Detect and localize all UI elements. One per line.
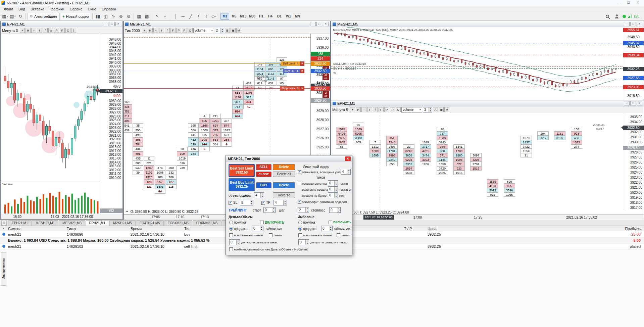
dialog-titlebar[interactable]: MESH21, Тик 2000 bbox=[226, 155, 352, 162]
candles-button[interactable]: ◫ bbox=[102, 13, 109, 20]
timeframe-m1[interactable]: M1 bbox=[220, 13, 229, 20]
window-maximize-icon[interactable]: □ bbox=[316, 22, 322, 26]
timeframe-w1[interactable]: W1 bbox=[284, 13, 293, 20]
sell-button[interactable]: SELL bbox=[256, 164, 271, 170]
window-maximize-icon[interactable]: □ bbox=[109, 22, 115, 26]
best-sell-limit-button[interactable]: Best Sell Limit3932.50 bbox=[229, 164, 255, 177]
chart-tool-button[interactable]: M bbox=[444, 107, 449, 112]
menu-Файл[interactable]: Файл bbox=[1, 6, 16, 12]
elapsed-spinner[interactable]: 0▴▾ bbox=[328, 192, 338, 198]
col-time[interactable]: Время bbox=[131, 227, 184, 231]
order-tag[interactable]: Stop Loss 8× bbox=[280, 86, 304, 91]
cluster-param-spinner[interactable]: 3▴▾ bbox=[423, 107, 432, 112]
chart-tab-2[interactable]: MESH21,M1 bbox=[32, 220, 58, 226]
buy-button[interactable]: BUY bbox=[256, 182, 271, 188]
menu-Справка[interactable]: Справка bbox=[99, 6, 119, 12]
sl-checkbox[interactable] bbox=[229, 201, 232, 205]
chart-tab-6[interactable]: FOATH21,M5 bbox=[136, 220, 164, 226]
search-button[interactable] bbox=[604, 13, 611, 20]
chart-tool-button[interactable]: − bbox=[31, 28, 36, 33]
col-tp[interactable]: Т / Р bbox=[404, 227, 428, 231]
cancel-ticks-spinner[interactable]: 4▴▾ bbox=[341, 169, 351, 175]
chart-tab-5[interactable]: M2KH21,M5 bbox=[109, 220, 136, 226]
delta-sell-radio[interactable] bbox=[229, 227, 233, 231]
chart-tool-button[interactable]: С bbox=[65, 28, 70, 33]
imb-limit-checkbox[interactable] bbox=[337, 233, 340, 237]
chart-tool-button[interactable]: С bbox=[396, 107, 401, 112]
delete-all-button[interactable]: Delete all bbox=[273, 172, 295, 177]
zoom-out-button[interactable]: ⊖ bbox=[125, 13, 132, 20]
chart-tool-button[interactable]: M bbox=[236, 28, 241, 33]
filter-icon[interactable]: ▼ bbox=[2, 227, 8, 230]
menu-Вставка[interactable]: Вставка bbox=[28, 6, 47, 12]
time-axis[interactable]: 2021.02.16 16:55:00 2021.02.16 17:35:02 … bbox=[331, 215, 644, 220]
tp-checkbox[interactable] bbox=[261, 201, 265, 205]
imb-timer-spinner[interactable]: 0▴▾ bbox=[321, 226, 333, 231]
timeframe-m15[interactable]: M15 bbox=[239, 13, 247, 20]
window-minimize-icon[interactable]: – bbox=[310, 22, 316, 26]
chart-window-titlebar[interactable]: MESH21,M1 – □ × bbox=[124, 21, 330, 27]
crosshair-button[interactable]: + bbox=[161, 13, 168, 20]
order-tag[interactable]: Buy 4, -1× bbox=[283, 69, 304, 73]
trailing-start-spinner[interactable]: 0▴▾ bbox=[263, 207, 276, 213]
text-button[interactable]: T bbox=[202, 13, 210, 20]
bar-chart-button[interactable]: ▮▮ bbox=[94, 13, 101, 20]
chart-tool-button[interactable]: P bbox=[176, 28, 181, 33]
move-checkbox[interactable] bbox=[298, 182, 301, 185]
menu-Графики[interactable]: Графики bbox=[47, 6, 67, 12]
chart-tab-4[interactable]: EPH21,M1 bbox=[86, 220, 109, 226]
volume-pane[interactable]: Volume bbox=[1, 182, 100, 214]
imb-tolerance-spinner[interactable]: 0▴▾ bbox=[298, 239, 309, 245]
chart-tool-button[interactable]: − bbox=[153, 28, 158, 33]
chart-tool-button[interactable]: H bbox=[356, 107, 361, 112]
spinner-up-icon[interactable]: ▴ bbox=[429, 107, 432, 110]
chart-tool-button[interactable]: Р bbox=[390, 107, 395, 112]
window-maximize-icon[interactable]: □ bbox=[630, 101, 636, 105]
chart-tool-button[interactable]: Р bbox=[182, 28, 187, 33]
price-axis[interactable]: 4078 3932.50 4400 392 3946.003945.003944… bbox=[100, 34, 122, 214]
chart-tab-1[interactable]: EPH21,M1 bbox=[8, 220, 32, 226]
col-price[interactable]: Цена bbox=[428, 227, 589, 231]
imb-buy-radio[interactable] bbox=[298, 221, 302, 224]
delete-sell-button[interactable]: Delete bbox=[273, 164, 295, 170]
algo-trading-button[interactable]: ⚙Алготрейдинг bbox=[27, 13, 60, 20]
chart-tool-button[interactable]: P bbox=[384, 107, 389, 112]
close-position-button[interactable]: CLOSE bbox=[256, 172, 271, 177]
shapes-button[interactable]: ◇▾ bbox=[210, 13, 217, 20]
chart-tool-button[interactable]: | bbox=[71, 28, 76, 33]
chart-tool-button[interactable]: I bbox=[37, 28, 42, 33]
chart-tool-button[interactable]: + bbox=[350, 107, 355, 112]
imb-use-line-checkbox[interactable] bbox=[298, 233, 302, 237]
window-close-icon[interactable]: × bbox=[637, 22, 642, 26]
chart-tab-3[interactable]: MESH21,M5 bbox=[59, 220, 85, 226]
maximize-button[interactable]: □ bbox=[624, 0, 633, 6]
account-button[interactable] bbox=[613, 13, 621, 20]
menu-Окно[interactable]: Окно bbox=[85, 6, 99, 12]
price-axis[interactable]: 3935.003934.003933.003932.003931.003930.… bbox=[623, 113, 644, 210]
chart-tool-button[interactable]: ≣ bbox=[225, 28, 230, 33]
cluster-param-spinner[interactable]: 2▴▾ bbox=[215, 28, 224, 33]
delta-limit-checkbox[interactable] bbox=[269, 233, 273, 237]
cascade-windows-button[interactable]: ▩ bbox=[143, 13, 150, 20]
chart-tool-button[interactable]: − bbox=[361, 107, 366, 112]
delta-enable-checkbox[interactable] bbox=[260, 221, 264, 224]
chart-tool-button[interactable]: P bbox=[54, 28, 59, 33]
time-axis[interactable]: 2021.02.16 17:36:00 16:3017:03 bbox=[1, 214, 122, 219]
chart-tool-button[interactable]: F bbox=[379, 107, 384, 112]
window-close-icon[interactable]: × bbox=[637, 101, 642, 105]
chart-window-titlebar[interactable]: EPH21,M1 – □ × bbox=[331, 100, 644, 106]
cancel-if-checkbox[interactable] bbox=[298, 170, 301, 174]
footprint-chart-area[interactable]: 20:36:31 03:47 1515640676651685635910396… bbox=[331, 113, 623, 210]
chart-tool-button[interactable]: + bbox=[20, 28, 25, 33]
window-close-icon[interactable]: × bbox=[115, 22, 121, 26]
chart-tab-8[interactable]: FDXMH21,M5 bbox=[193, 220, 221, 226]
new-chart-button[interactable]: ▦▾ bbox=[1, 13, 9, 20]
takeprofit-checkbox[interactable] bbox=[298, 200, 301, 204]
col-profit[interactable]: Прибыль bbox=[589, 227, 644, 231]
timeframe-m30[interactable]: M30 bbox=[248, 13, 256, 20]
timeframe-mn[interactable]: MN bbox=[293, 13, 302, 20]
price-chart-area[interactable]: MESH21,M5: Micro E-mini S&P 500 (SE), Ma… bbox=[331, 27, 623, 100]
chart-window-titlebar[interactable]: EPH21,M1 – □ × bbox=[1, 21, 122, 27]
line-chart-button[interactable]: ∿ bbox=[109, 13, 117, 20]
cursor-button[interactable]: ↖ bbox=[153, 13, 161, 20]
